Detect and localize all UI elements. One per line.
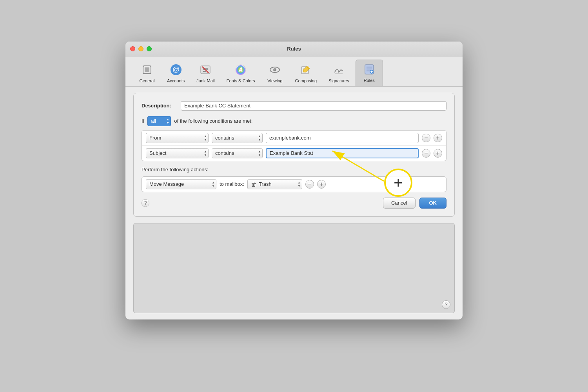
remove-action-1-button[interactable]: − [305,180,314,189]
toolbar-item-rules[interactable]: Rules [356,60,383,86]
rules-window: Rules General @ Accounts [125,42,463,319]
toolbar-item-signatures[interactable]: Signatures [323,60,355,86]
help-button[interactable]: ? [142,199,149,207]
action-select[interactable]: Move Message Copy Message Delete Message… [146,179,216,189]
to-mailbox-label: to mailbox: [220,181,244,187]
ok-button[interactable]: OK [419,198,447,209]
toolbar-item-composing[interactable]: Composing [289,60,322,86]
field-select-1-container[interactable]: From Subject To Date ▲▼ [146,133,209,143]
lower-panel: ? [133,223,455,313]
fonts-colors-icon: A [234,63,248,77]
junk-mail-label: Junk Mail [196,78,214,83]
maximize-button[interactable] [147,46,152,51]
toolbar-item-fonts-colors[interactable]: A Fonts & Colors [221,60,261,86]
close-button[interactable] [130,46,135,51]
add-condition-1-button[interactable]: + [434,134,442,142]
signatures-label: Signatures [328,78,349,83]
viewing-label: Viewing [267,78,282,83]
rules-icon [362,62,376,76]
signatures-icon [332,63,346,77]
toolbar-item-general[interactable]: General [133,60,161,86]
toolbar: General @ Accounts [125,56,463,87]
rules-panel: Description: If all any ▲▼ of the follow… [133,93,455,217]
operator-select-2-container[interactable]: contains does not contain ▲▼ [212,148,263,158]
description-input[interactable] [181,101,446,111]
fonts-colors-label: Fonts & Colors [227,78,255,83]
condition-row-2: From Subject To Date ▲▼ contains does no… [142,146,446,161]
dialog-buttons: Cancel OK [383,198,446,209]
mailbox-select-container[interactable]: 🗑 Trash ▲ ▼ [247,179,302,189]
mailbox-label: Trash [259,181,272,187]
toolbar-item-accounts[interactable]: @ Accounts [162,60,190,86]
remove-condition-1-button[interactable]: − [422,134,430,142]
toolbar-item-viewing[interactable]: Viewing [261,60,289,86]
operator-select-1[interactable]: contains does not contain begins with en… [212,133,263,143]
add-condition-2-button[interactable]: + [434,149,442,158]
svg-text:@: @ [172,65,180,73]
composing-icon [299,63,313,77]
toolbar-item-junk-mail[interactable]: Junk Mail [191,60,220,86]
accounts-label: Accounts [167,78,185,83]
operator-select-1-container[interactable]: contains does not contain begins with en… [212,133,263,143]
bottom-row: ? Cancel OK [142,198,446,209]
field-select-1[interactable]: From Subject To Date [146,133,209,143]
actions-box: Move Message Copy Message Delete Message… [142,176,446,192]
svg-point-13 [274,68,275,69]
viewing-icon [268,63,282,77]
value-input-2[interactable] [266,148,419,158]
conditions-label: of the following conditions are met: [174,118,252,124]
svg-rect-1 [145,67,149,72]
remove-condition-2-button[interactable]: − [422,149,430,158]
window-title: Rules [287,46,301,52]
rules-label: Rules [364,78,375,83]
accounts-icon: @ [169,63,183,77]
trash-icon: 🗑 [251,181,256,187]
if-label: If [142,118,144,124]
lower-help-button[interactable]: ? [442,300,450,309]
value-input-1[interactable] [266,133,419,143]
junk-mail-icon [198,63,212,77]
composing-label: Composing [295,78,317,83]
titlebar: Rules [125,42,463,56]
all-select-container[interactable]: all any ▲▼ [147,116,171,126]
add-action-1-button[interactable]: + [317,180,326,189]
field-select-2[interactable]: From Subject To Date [146,148,209,158]
operator-select-2[interactable]: contains does not contain [212,148,263,158]
all-select[interactable]: all any [147,116,171,126]
general-label: General [139,78,154,83]
cancel-button[interactable]: Cancel [383,198,415,209]
field-select-2-container[interactable]: From Subject To Date ▲▼ [146,148,209,158]
minimize-button[interactable] [138,46,143,51]
conditions-box: From Subject To Date ▲▼ contains does no… [142,130,446,161]
gear-icon [140,63,154,77]
action-select-container[interactable]: Move Message Copy Message Delete Message… [146,179,216,189]
description-label: Description: [142,103,177,109]
if-row: If all any ▲▼ of the following condition… [142,116,446,126]
svg-text:A: A [238,67,243,73]
action-row-1: Move Message Copy Message Delete Message… [142,177,446,192]
description-row: Description: [142,101,446,111]
traffic-lights [130,46,152,51]
condition-row-1: From Subject To Date ▲▼ contains does no… [142,131,446,146]
actions-label: Perform the following actions: [142,167,446,172]
